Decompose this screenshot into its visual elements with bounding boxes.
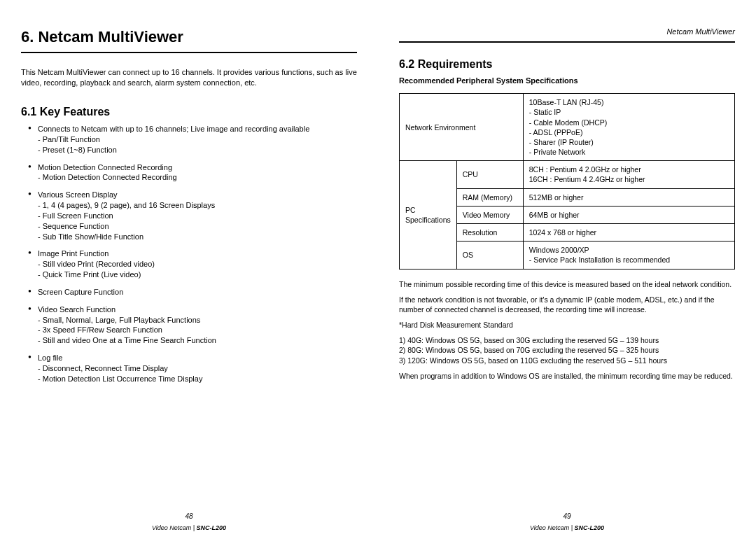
- feature-item: Screen Capture Function: [38, 287, 357, 298]
- feature-subitems: Still video Print (Recorded video)Quick …: [38, 259, 357, 280]
- spec-key: Resolution: [456, 224, 523, 241]
- feature-item: Log fileDisconnect, Reconnect Time Displ…: [38, 353, 357, 384]
- net-item: - Private Network: [529, 147, 729, 157]
- feature-item: Connects to Netcam with up to 16 channel…: [38, 124, 357, 155]
- feature-subitem: Quick Time Print (Live video): [38, 270, 357, 280]
- page-number: 49: [378, 512, 756, 522]
- feature-subitems: 1, 4 (4 pages), 9 (2 page), and 16 Scree…: [38, 200, 357, 241]
- spec-value: 1024 x 768 or higher: [523, 224, 734, 241]
- feature-subitems: Disconnect, Reconnect Time DisplayMotion…: [38, 363, 357, 384]
- note-text: If the network condition is not favorabl…: [399, 295, 735, 314]
- feature-subitem: Still and video One at a Time Fine Searc…: [38, 335, 357, 346]
- spec-key: Video Memory: [456, 206, 523, 223]
- notes-block: The minimum possible recording time of t…: [399, 279, 735, 381]
- spec-value: 512MB or higher: [523, 188, 734, 206]
- hd-standard-head: *Hard Disk Measurement Standard: [399, 320, 735, 330]
- net-item: - Cable Modem (DHCP): [529, 118, 729, 127]
- table-row: PC SpecificationsCPU8CH : Pentium 4 2.0G…: [400, 161, 735, 188]
- intro-text: This Netcam MultiViewer can connect up t…: [21, 67, 357, 88]
- page-49: Netcam MultiViewer 6.2 Requirements Reco…: [378, 0, 756, 546]
- page-footer: 48 Video Netcam | SNC-L200: [0, 512, 378, 532]
- note-text: The minimum possible recording time of t…: [399, 279, 735, 289]
- feature-item: Image Print FunctionStill video Print (R…: [38, 248, 357, 280]
- feature-subitem: 3x Speed FF/Rew Search Function: [38, 325, 357, 335]
- page-number: 48: [0, 512, 378, 522]
- table-row: Network Environment 10Base-T LAN (RJ-45)…: [400, 94, 735, 161]
- net-env-label: Network Environment: [400, 94, 524, 161]
- footer-model: Video Netcam | SNC-L200: [152, 524, 226, 531]
- page-48: 6. Netcam MultiViewer This Netcam MultiV…: [0, 0, 378, 546]
- net-item: - Static IP: [529, 107, 729, 117]
- feature-title: Video Search Function: [38, 304, 357, 315]
- feature-subitem: 1, 4 (4 pages), 9 (2 page), and 16 Scree…: [38, 200, 357, 211]
- spec-value: 8CH : Pentium 4 2.0GHz or higher 16CH : …: [523, 161, 734, 188]
- spec-subhead: Recommended Peripheral System Specificat…: [399, 76, 735, 86]
- feature-title: Connects to Netcam with up to 16 channel…: [38, 124, 357, 134]
- hd-item: 3) 120G: Windows OS 5G, based on 110G ex…: [399, 356, 735, 365]
- feature-subitem: Small, Normal, Large, Full Playback Func…: [38, 315, 357, 326]
- feature-subitem: Sequence Function: [38, 221, 357, 232]
- feature-subitem: Sub Title Show/Hide Function: [38, 232, 357, 242]
- note-text: When programs in addition to Windows OS …: [399, 371, 735, 381]
- net-item: - Sharer (IP Router): [529, 137, 729, 147]
- feature-title: Screen Capture Function: [38, 287, 357, 298]
- feature-subitem: Disconnect, Reconnect Time Display: [38, 363, 357, 374]
- chapter-title: 6. Netcam MultiViewer: [21, 27, 357, 53]
- features-list: Connects to Netcam with up to 16 channel…: [21, 124, 357, 384]
- section-6-2-title: 6.2 Requirements: [399, 57, 735, 72]
- spec-value: 64MB or higher: [523, 206, 734, 223]
- net-item: 10Base-T LAN (RJ-45): [529, 97, 729, 107]
- feature-subitem: Full Screen Function: [38, 211, 357, 221]
- hd-item: 1) 40G: Windows OS 5G, based on 30G excl…: [399, 335, 735, 345]
- hd-item: 2) 80G: Windows OS 5G, based on 70G excl…: [399, 345, 735, 355]
- feature-title: Log file: [38, 353, 357, 363]
- spec-key: CPU: [456, 161, 523, 188]
- running-head: Netcam MultiViewer: [399, 27, 735, 43]
- feature-subitem: Preset (1~8) Function: [38, 145, 357, 155]
- section-6-1-title: 6.1 Key Features: [21, 104, 357, 120]
- feature-subitem: Motion Detection List Occurrence Time Di…: [38, 374, 357, 384]
- feature-item: Video Search FunctionSmall, Normal, Larg…: [38, 304, 357, 346]
- feature-item: Various Screen Display1, 4 (4 pages), 9 …: [38, 190, 357, 241]
- feature-subitems: Motion Detection Connected Recording: [38, 172, 357, 183]
- page-footer: 49 Video Netcam | SNC-L200: [378, 512, 756, 532]
- feature-subitem: Still video Print (Recorded video): [38, 259, 357, 270]
- feature-title: Motion Detection Connected Recording: [38, 162, 357, 173]
- spec-key: RAM (Memory): [456, 188, 523, 206]
- pc-spec-label: PC Specifications: [400, 161, 457, 269]
- spec-value: Windows 2000/XP - Service Pack Installat…: [523, 241, 734, 269]
- feature-title: Image Print Function: [38, 248, 357, 259]
- footer-model: Video Netcam | SNC-L200: [530, 524, 604, 531]
- feature-subitem: Pan/Tilt Function: [38, 134, 357, 145]
- net-env-value: 10Base-T LAN (RJ-45)- Static IP- Cable M…: [523, 94, 734, 161]
- feature-subitems: Pan/Tilt FunctionPreset (1~8) Function: [38, 134, 357, 155]
- hd-list: 1) 40G: Windows OS 5G, based on 30G excl…: [399, 335, 735, 365]
- feature-item: Motion Detection Connected RecordingMoti…: [38, 162, 357, 183]
- feature-title: Various Screen Display: [38, 190, 357, 200]
- spec-key: OS: [456, 241, 523, 269]
- net-item: - ADSL (PPPoE): [529, 127, 729, 137]
- feature-subitems: Small, Normal, Large, Full Playback Func…: [38, 315, 357, 346]
- feature-subitem: Motion Detection Connected Recording: [38, 172, 357, 183]
- spec-table: Network Environment 10Base-T LAN (RJ-45)…: [399, 93, 735, 269]
